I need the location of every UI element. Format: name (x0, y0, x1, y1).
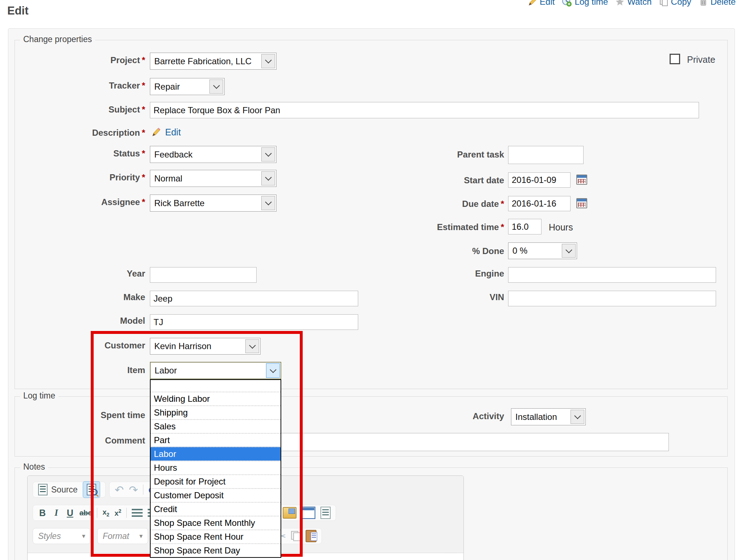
activity-label: Activity (381, 411, 504, 421)
spent-time-label: Spent time (15, 410, 145, 420)
dropdown-option[interactable]: Part (151, 433, 281, 447)
italic-button[interactable]: I (52, 508, 61, 518)
calendar-icon[interactable] (576, 175, 587, 185)
engine-input[interactable] (508, 267, 716, 283)
activity-select[interactable]: Installation (511, 408, 586, 425)
assignee-select[interactable]: Rick Barrette (150, 195, 277, 212)
due-date-label: Due date* (381, 199, 504, 209)
customer-label: Customer (15, 340, 145, 351)
redo-icon[interactable]: ↷ (129, 483, 138, 496)
dropdown-option[interactable]: Sales (151, 419, 281, 433)
estimated-time-input[interactable] (508, 219, 541, 234)
year-input[interactable] (150, 267, 257, 283)
delete-action[interactable]: Delete (699, 0, 736, 7)
percent-done-select[interactable]: 0 % (508, 242, 577, 259)
subject-input[interactable] (150, 102, 699, 118)
dropdown-option[interactable]: Shop Space Rent Monthly (151, 516, 281, 530)
dropdown-option[interactable]: Welding Labor (151, 392, 281, 405)
dropdown-option[interactable]: Shop Space Rent Hour (151, 530, 281, 543)
status-select[interactable]: Feedback (150, 146, 277, 163)
private-label: Private (687, 54, 715, 65)
copy-action[interactable]: Copy (659, 0, 691, 7)
underline-button[interactable]: U (66, 508, 74, 518)
engine-label: Engine (381, 269, 504, 279)
page-title: Edit (7, 4, 29, 17)
chevron-down-icon[interactable] (261, 171, 275, 185)
private-checkbox[interactable] (670, 54, 680, 64)
change-properties-legend: Change properties (20, 34, 95, 44)
chevron-down-icon[interactable] (261, 196, 275, 210)
calendar-icon[interactable] (576, 198, 587, 208)
watch-action[interactable]: Watch (615, 0, 651, 7)
due-date-input[interactable] (508, 196, 571, 211)
dropdown-option[interactable]: Shipping (151, 405, 281, 419)
chevron-down-icon: ▾ (82, 532, 85, 540)
edit-action[interactable]: Edit (528, 0, 555, 7)
item-label: Item (15, 365, 145, 375)
vin-label: VIN (381, 292, 504, 302)
superscript-button[interactable]: x2 (114, 508, 121, 518)
percent-done-label: % Done (381, 246, 504, 256)
chevron-down-icon[interactable] (261, 147, 275, 162)
vin-input[interactable] (508, 291, 716, 306)
dropdown-option[interactable]: Deposit for Project (151, 474, 281, 488)
log-time-action[interactable]: Log time (562, 0, 608, 7)
context-toolbar: Edit Log time Watch Copy Delete (528, 0, 736, 7)
chevron-down-icon[interactable] (261, 54, 275, 68)
dropdown-option[interactable]: Shop Space Rent Day (151, 543, 281, 557)
dropdown-option[interactable] (151, 380, 281, 392)
bold-button[interactable]: B (38, 508, 47, 518)
model-label: Model (15, 316, 145, 326)
estimated-time-label: Estimated time* (381, 222, 504, 232)
model-input[interactable] (150, 314, 358, 330)
priority-select[interactable]: Normal (150, 170, 277, 187)
copy-action-label: Copy (671, 0, 691, 7)
chevron-down-icon[interactable] (571, 410, 584, 424)
hours-suffix: Hours (549, 222, 573, 233)
horizontal-rule-icon[interactable] (320, 507, 331, 519)
priority-label: Priority* (15, 172, 145, 183)
dropdown-option[interactable]: Customer Deposit (151, 488, 281, 502)
copy-icon[interactable] (291, 531, 301, 541)
pencil-icon (151, 126, 161, 137)
dropdown-option-selected[interactable]: Labor (151, 447, 281, 461)
source-button[interactable]: Source (38, 484, 78, 495)
chevron-down-icon[interactable] (266, 363, 280, 378)
customer-select[interactable]: Kevin Harrison (150, 338, 261, 355)
parent-task-label: Parent task (381, 150, 504, 160)
item-select[interactable]: Labor (150, 362, 281, 379)
watch-action-label: Watch (627, 0, 651, 7)
make-label: Make (15, 292, 145, 302)
tracker-select[interactable]: Repair (150, 78, 225, 95)
chevron-down-icon: ▾ (139, 532, 143, 540)
chevron-down-icon[interactable] (562, 244, 576, 258)
year-label: Year (15, 269, 145, 279)
image-icon[interactable] (283, 507, 297, 519)
dropdown-option[interactable]: Hours (151, 461, 281, 474)
project-label: Project* (15, 55, 145, 65)
description-edit-link[interactable]: Edit (165, 127, 181, 138)
preview-button[interactable] (83, 481, 100, 498)
issue-edit-page: Edit Log time Watch Copy Delete E (0, 0, 740, 560)
project-select[interactable]: Barrette Fabrication, LLC (150, 53, 277, 70)
table-icon[interactable] (302, 507, 315, 519)
start-date-input[interactable] (508, 172, 571, 188)
change-properties-fieldset: Change properties (15, 40, 728, 389)
parent-task-input[interactable] (508, 146, 584, 164)
chevron-down-icon[interactable] (209, 79, 223, 94)
source-icon (38, 484, 48, 495)
format-dropdown[interactable]: Format▾ (97, 528, 148, 544)
magnifier-icon (91, 489, 98, 495)
chevron-down-icon[interactable] (245, 339, 259, 353)
strikethrough-button[interactable]: abc (79, 509, 92, 517)
numbered-list-icon[interactable] (132, 509, 143, 517)
log-time-action-label: Log time (575, 0, 608, 7)
delete-action-label: Delete (711, 0, 736, 7)
dropdown-option[interactable]: Credit (151, 502, 281, 516)
paste-icon[interactable] (306, 530, 316, 542)
styles-dropdown[interactable]: Styles▾ (33, 528, 91, 544)
item-dropdown-list: Welding Labor Shipping Sales Part Labor … (150, 379, 281, 558)
make-input[interactable] (150, 291, 358, 306)
subscript-button[interactable]: x2 (102, 508, 109, 518)
undo-icon[interactable]: ↶ (115, 483, 124, 496)
